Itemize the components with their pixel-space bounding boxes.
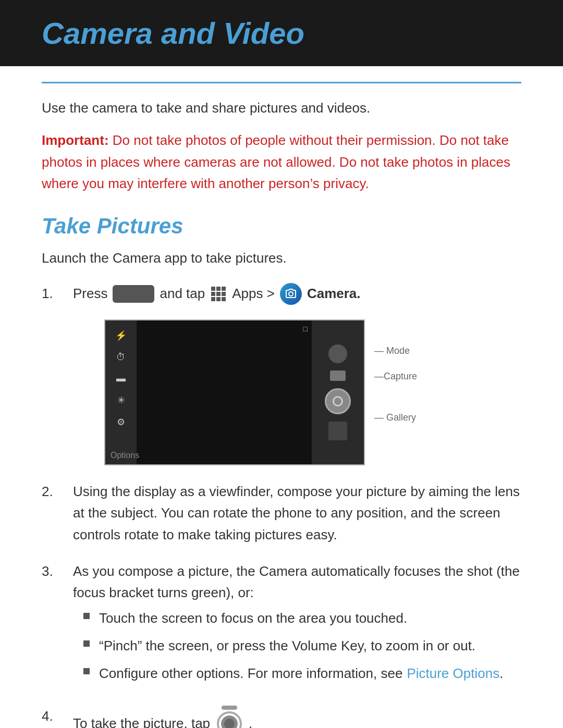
chapter-header: Camera and Video [0,0,563,66]
step-3: 3. As you compose a picture, the Camera … [42,561,521,691]
intro-text: Use the camera to take and share picture… [42,98,521,118]
bullet-item-2: “Pinch” the screen, or press the Volume … [83,636,521,656]
step-1-content: Press and tap [73,283,521,305]
important-block: Important: Do not take photos of people … [42,130,521,195]
camera-icon-hdr: ✳ [117,394,125,406]
camera-app-icon [280,283,302,305]
camera-gallery-label: — Gallery [374,412,417,423]
take-pictures-title: Take Pictures [42,214,521,239]
chapter-title: Camera and Video [42,16,521,51]
step-1-press: Press [73,283,107,305]
picture-options-link[interactable]: Picture Options [407,663,499,684]
capture-btn-icon [216,706,242,728]
camera-side-labels: — Mode —Capture — Gallery [374,346,417,423]
camera-mode-button [328,344,347,363]
bullet-square-3 [83,668,90,674]
step-4: 4. To take the picture, tap . [42,706,521,728]
step-1-line: Press and tap [73,283,521,305]
svg-rect-6 [211,297,215,301]
camera-options-label: Options [111,451,139,460]
important-label: Important: [42,132,109,148]
step-1-and-tap: and tap [160,283,205,305]
step-1-number: 1. [42,283,73,305]
camera-left-panel: ⚡ ⏱ ▬ ✳ ⚙ [105,320,137,464]
bullet-square-2 [83,640,90,647]
svg-rect-9 [222,706,237,710]
camera-corner-indicator: □ [303,325,308,333]
camera-viewfinder: □ [137,320,312,464]
camera-icon-effect: ▬ [116,373,126,384]
camera-video-button [330,371,346,381]
bullet-text-3-prefix: Configure other options. For more inform… [99,663,402,684]
svg-rect-7 [216,297,221,301]
step-3-content: As you compose a picture, the Camera aut… [73,561,521,691]
camera-screenshot-container: ⚡ ⏱ ▬ ✳ ⚙ □ [73,319,375,465]
step-4-prefix: To take the picture, tap [73,713,210,728]
camera-screenshot: ⚡ ⏱ ▬ ✳ ⚙ □ [104,319,365,465]
bullet-square-1 [83,613,90,619]
camera-gallery-thumb [328,422,347,440]
svg-rect-1 [216,287,221,291]
bullet-item-3: Configure other options. For more inform… [83,663,521,684]
camera-capture-button [325,388,351,414]
important-content: Do not take photos of people without the… [42,132,510,191]
camera-mode-label: — Mode [374,346,417,356]
camera-icon-timer: ⏱ [116,352,126,363]
step-3-number: 3. [42,561,73,691]
bullet-item-1: Touch the screen to focus on the area yo… [83,608,521,628]
step-4-content: To take the picture, tap . [73,706,521,728]
step-2: 2. Using the display as a viewfinder, co… [42,481,521,546]
camera-right-panel [312,320,364,464]
blue-divider [42,82,521,83]
camera-icon-flash: ⚡ [115,330,127,341]
home-button-icon [113,285,154,303]
take-pictures-intro: Launch the Camera app to take pictures. [42,248,521,268]
step-2-number: 2. [42,481,73,546]
step-3-text: As you compose a picture, the Camera aut… [73,563,520,601]
bullet-list: Touch the screen to focus on the area yo… [83,608,521,684]
bullet-text-3-suffix: . [499,663,503,684]
svg-rect-3 [211,292,215,296]
svg-rect-4 [216,292,221,296]
svg-rect-2 [222,287,226,291]
camera-icon-settings: ⚙ [117,416,125,428]
step-1-apps-text: Apps > [232,283,275,305]
bullet-text-1: Touch the screen to focus on the area yo… [99,608,407,628]
step-4-suffix: . [249,713,252,728]
svg-rect-8 [222,297,226,301]
step-2-content: Using the display as a viewfinder, compo… [73,481,521,546]
svg-rect-0 [211,287,215,291]
step-1-camera-label: Camera. [307,283,361,305]
apps-grid-icon [210,286,227,302]
svg-rect-5 [222,292,226,296]
camera-capture-label: —Capture [374,371,417,382]
step-4-number: 4. [42,706,73,728]
bullet-text-2: “Pinch” the screen, or press the Volume … [99,636,475,656]
step-1: 1. Press and tap [42,283,521,305]
